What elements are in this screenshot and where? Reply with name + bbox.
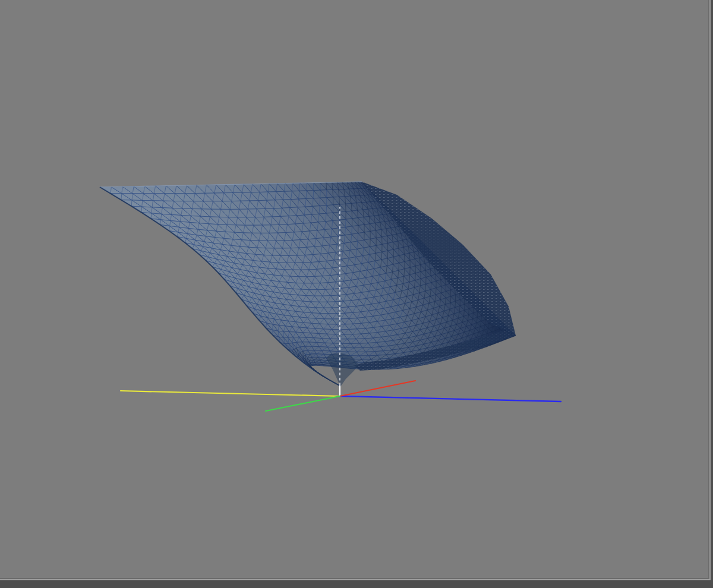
frame-panel-bottom [0,580,713,588]
frame-bevel-light [709,0,711,588]
frame-panel-right [711,0,713,588]
application-window [0,0,713,588]
axis-x-positive [340,396,561,402]
axis-x-negative [121,391,340,396]
frame-bevel-dark [0,578,709,579]
axis-y-negative [266,396,340,411]
3d-viewport[interactable] [0,0,711,580]
frame-bevel-dark [708,0,709,579]
viewport-canvas[interactable] [0,0,711,580]
axis-y-positive [340,381,415,396]
frame-bevel-light [0,579,711,580]
